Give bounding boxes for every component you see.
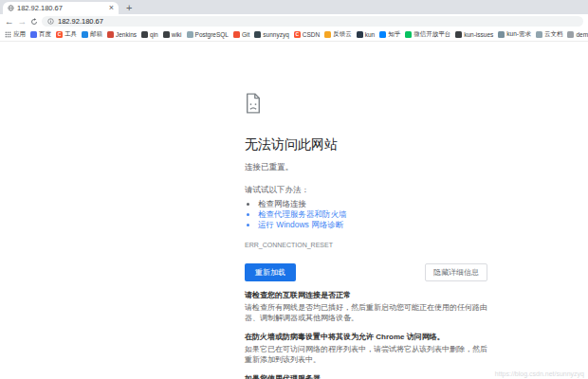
bookmark-item[interactable]: 云文档	[536, 30, 563, 39]
bookmark-label: demo.kun.wiki	[576, 31, 588, 38]
bookmark-favicon	[141, 31, 148, 38]
bookmark-favicon	[498, 31, 505, 38]
tab-close-icon[interactable]: ×	[109, 4, 114, 12]
apps-grid-icon	[5, 31, 11, 38]
bookmark-item[interactable]: kun-issues	[455, 31, 493, 38]
tab-title: 182.92.180.67	[17, 4, 106, 12]
globe-icon	[8, 5, 14, 11]
forward-icon[interactable]: →	[18, 17, 28, 27]
bookmark-item[interactable]: PostgreSQL	[187, 31, 229, 38]
error-message: 连接已重置。	[245, 162, 487, 173]
bookmark-item[interactable]: C CSDN	[294, 31, 320, 38]
detail-heading: 请检查您的互联网连接是否正常	[245, 291, 487, 300]
bookmark-item[interactable]: C 工具	[56, 30, 77, 39]
detail-body: 如果它已在可访问网络的程序列表中，请尝试将它从该列表中删除，然后重新添加到该列表…	[245, 345, 487, 365]
bookmark-item[interactable]: 微信开放平台	[405, 30, 450, 39]
csdn-watermark: https://blog.csdn.net/sunnyzyq	[495, 370, 584, 377]
detail-block: 如果您使用代理服务器… 请检查您的代理服务器设置或与网络管理员联系，以确保代理服…	[245, 374, 487, 379]
bookmark-label: PostgreSQL	[195, 31, 229, 38]
detail-block: 在防火墙或防病毒设置中将其设为允许 Chrome 访问网络。 如果它已在可访问网…	[245, 333, 487, 365]
bookmark-item[interactable]: 邮箱	[82, 30, 102, 39]
bookmark-label: kun-需求	[506, 30, 531, 39]
bookmark-favicon	[187, 31, 193, 38]
bookmark-label: kun-issues	[464, 31, 493, 38]
bookmark-favicon	[405, 31, 412, 38]
bookmark-favicon	[82, 31, 88, 38]
browser-tab[interactable]: 182.92.180.67 ×	[3, 2, 119, 14]
bookmark-label: Git	[242, 31, 249, 38]
bookmark-item[interactable]: wiki	[163, 31, 182, 38]
bookmark-favicon	[455, 31, 462, 38]
error-code: ERR_CONNECTION_RESET	[245, 242, 487, 248]
bookmark-label: Jenkins	[116, 31, 137, 38]
bookmark-favicon	[254, 31, 261, 38]
tip-item: 检查网络连接	[258, 199, 487, 209]
back-icon[interactable]: ←	[5, 17, 14, 27]
bookmark-label: 邮箱	[90, 30, 102, 39]
bookmark-item[interactable]: qin	[141, 31, 158, 38]
error-page: 无法访问此网站 连接已重置。 请试试以下办法： 检查网络连接 检查代理服务器和防…	[0, 42, 487, 379]
bookmark-item[interactable]: kun	[357, 31, 375, 38]
tip-item[interactable]: 检查代理服务器和防火墙	[258, 209, 487, 220]
url-text: 182.92.180.67	[58, 17, 103, 26]
info-icon	[47, 18, 54, 25]
bookmarks-bar: 应用 百度 C 工具 邮箱 Jenkins	[0, 28, 588, 42]
detail-heading: 在防火墙或防病毒设置中将其设为允许 Chrome 访问网络。	[245, 333, 487, 342]
address-bar[interactable]: 182.92.180.67	[42, 16, 583, 27]
details-section: 请检查您的互联网连接是否正常 请检查所有网线是否均已插好，然后重新启动您可能正在…	[245, 291, 487, 379]
button-row: 重新加载 隐藏详细信息	[245, 263, 487, 281]
bookmark-favicon	[233, 31, 240, 38]
bookmark-label: qin	[150, 31, 158, 38]
bookmark-favicon	[163, 31, 170, 38]
bookmark-label: 工具	[64, 30, 77, 39]
bookmark-item[interactable]: 知乎	[379, 30, 400, 39]
bookmark-favicon: C	[56, 31, 63, 38]
bookmark-favicon	[567, 31, 574, 38]
tip-text: 运行 Windows 网络诊断	[258, 220, 343, 229]
bookmark-label: kun	[365, 31, 375, 38]
bookmark-label: 微信开放平台	[413, 30, 450, 39]
bookmark-favicon	[107, 31, 114, 38]
tip-text: 检查网络连接	[258, 199, 306, 208]
sad-page-icon	[245, 93, 487, 117]
tip-text: 检查代理服务器和防火墙	[258, 209, 347, 219]
bookmark-label: sunnyzyq	[263, 31, 288, 38]
reload-icon[interactable]	[30, 18, 38, 26]
hide-details-button[interactable]: 隐藏详细信息	[425, 263, 487, 281]
bookmark-favicon	[324, 31, 331, 38]
bookmark-label: 云文档	[544, 30, 563, 39]
apps-label: 应用	[13, 30, 26, 39]
bookmark-item[interactable]: Git	[233, 31, 249, 38]
tip-item[interactable]: 运行 Windows 网络诊断	[258, 220, 487, 230]
apps-button[interactable]: 应用	[5, 30, 26, 39]
tab-bar: 182.92.180.67 × +	[0, 0, 588, 14]
bookmark-favicon	[357, 31, 363, 38]
bookmark-item[interactable]: Jenkins	[107, 31, 137, 38]
bookmark-favicon	[379, 31, 386, 38]
browser-window: 182.92.180.67 × + ← → 182.92.180.67 应用	[0, 0, 588, 379]
error-title: 无法访问此网站	[245, 136, 487, 153]
bookmark-label: 知乎	[388, 30, 400, 39]
bookmark-item[interactable]: 百度	[30, 30, 51, 39]
bookmark-label: CSDN	[303, 31, 320, 38]
bookmark-favicon	[30, 31, 37, 38]
bookmark-favicon: C	[294, 31, 301, 38]
bookmark-item[interactable]: demo.kun.wiki	[567, 31, 588, 38]
tips-intro: 请试试以下办法：	[245, 185, 487, 196]
bookmark-label: 百度	[39, 30, 51, 39]
detail-body: 请检查所有网线是否均已插好，然后重新启动您可能正在使用的任何路由器、调制解调器或…	[245, 303, 487, 323]
reload-button[interactable]: 重新加载	[245, 263, 296, 281]
new-tab-button[interactable]: +	[126, 3, 132, 13]
detail-block: 请检查您的互联网连接是否正常 请检查所有网线是否均已插好，然后重新启动您可能正在…	[245, 291, 487, 323]
bookmark-label: wiki	[172, 31, 182, 38]
bookmark-label: 反馈云	[333, 30, 352, 39]
detail-heading: 如果您使用代理服务器…	[245, 374, 487, 379]
bookmark-item[interactable]: kun-需求	[498, 30, 531, 39]
bookmark-favicon	[536, 31, 542, 38]
bookmark-item[interactable]: sunnyzyq	[254, 31, 288, 38]
bookmark-item[interactable]: 反馈云	[324, 30, 352, 39]
browser-toolbar: ← → 182.92.180.67	[0, 14, 588, 28]
tips-list: 检查网络连接 检查代理服务器和防火墙 运行 Windows 网络诊断	[245, 199, 487, 230]
